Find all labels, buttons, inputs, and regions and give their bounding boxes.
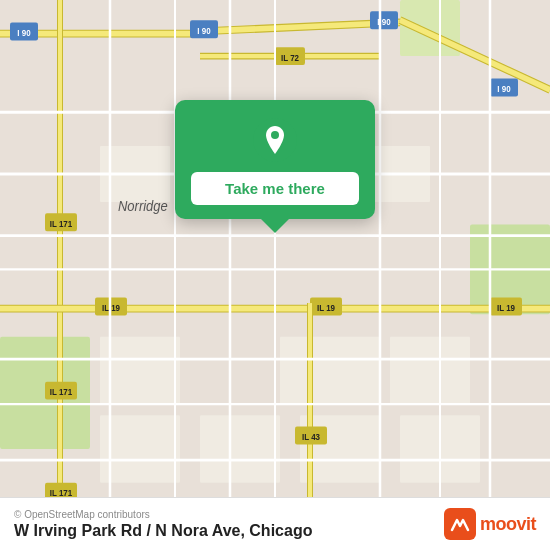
svg-rect-10 bbox=[100, 415, 180, 482]
svg-rect-7 bbox=[100, 337, 180, 404]
svg-text:IL 72: IL 72 bbox=[281, 52, 299, 63]
bottom-bar: © OpenStreetMap contributors W Irving Pa… bbox=[0, 497, 550, 550]
svg-text:I 90: I 90 bbox=[497, 84, 511, 95]
moovit-logo: moovit bbox=[444, 508, 536, 540]
svg-rect-9 bbox=[390, 337, 470, 404]
svg-text:I 90: I 90 bbox=[17, 27, 31, 38]
svg-rect-11 bbox=[200, 415, 280, 482]
svg-text:I 90: I 90 bbox=[197, 25, 211, 36]
svg-text:Norridge: Norridge bbox=[118, 197, 168, 214]
popup-card: Take me there bbox=[175, 100, 375, 219]
moovit-icon bbox=[444, 508, 476, 540]
bottom-bar-info: © OpenStreetMap contributors W Irving Pa… bbox=[14, 509, 312, 540]
moovit-label: moovit bbox=[480, 514, 536, 535]
svg-point-71 bbox=[271, 131, 279, 139]
svg-text:IL 171: IL 171 bbox=[50, 218, 73, 229]
svg-rect-8 bbox=[280, 337, 380, 404]
svg-text:IL 43: IL 43 bbox=[302, 432, 320, 443]
svg-text:IL 171: IL 171 bbox=[50, 387, 73, 398]
svg-text:IL 19: IL 19 bbox=[317, 302, 335, 313]
take-me-there-button[interactable]: Take me there bbox=[191, 172, 359, 205]
location-pin-icon bbox=[253, 118, 297, 162]
osm-attribution: © OpenStreetMap contributors bbox=[14, 509, 312, 520]
map-background: I 90 I 90 I 90 I 90 IL 72 IL 171 IL 171 … bbox=[0, 0, 550, 550]
svg-text:IL 19: IL 19 bbox=[497, 302, 515, 313]
location-label: W Irving Park Rd / N Nora Ave, Chicago bbox=[14, 522, 312, 540]
map-container: I 90 I 90 I 90 I 90 IL 72 IL 171 IL 171 … bbox=[0, 0, 550, 550]
